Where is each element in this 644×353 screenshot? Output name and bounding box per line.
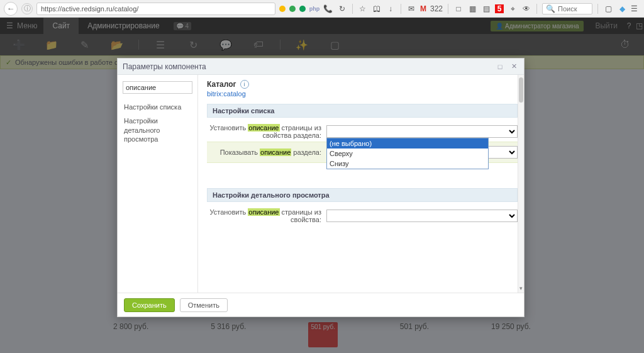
- target-icon[interactable]: ⌖: [508, 4, 518, 14]
- save-button[interactable]: Сохранить: [124, 298, 175, 312]
- maximize-button[interactable]: □: [495, 62, 505, 72]
- modal-footer: Сохранить Отменить: [118, 293, 524, 317]
- tree-item-list-settings[interactable]: Настройки списка: [123, 100, 192, 114]
- component-code[interactable]: bitrix:catalog: [207, 90, 518, 98]
- dropdown-option-none[interactable]: (не выбрано): [327, 138, 488, 148]
- gmail-count: 322: [430, 4, 443, 13]
- dropdown-show-section-description: (не выбрано) Сверху Снизу: [326, 138, 489, 169]
- label-set-from-section-property: Установить описание страницы из свойства…: [207, 124, 326, 139]
- ext-icon-phone[interactable]: 📞: [323, 4, 333, 14]
- scrollbar-thumb[interactable]: [519, 77, 523, 103]
- section-list-settings: Настройки списка: [207, 104, 518, 118]
- back-button[interactable]: ←: [4, 2, 18, 16]
- label-highlight: описание: [260, 148, 291, 156]
- mail-icon[interactable]: ✉: [406, 4, 416, 14]
- browser-toolbar: ← ⓘ https://active.redsign.ru/catalog/ p…: [0, 0, 644, 18]
- content-scrollbar[interactable]: ▾: [518, 75, 524, 293]
- dropdown-option-bottom[interactable]: Снизу: [327, 159, 488, 169]
- url-text: https://active.redsign.ru/catalog/: [41, 5, 138, 13]
- label-highlight: описание: [248, 208, 279, 216]
- browser-right-icons: php 📞 ↻ ☆ 🕮 ↓ ✉ M 322 □ ▦ ▤ 5 ⌖ 👁 🔍 ▢ ◆ …: [279, 3, 640, 14]
- label-part: Установить: [210, 208, 248, 216]
- diamond-icon[interactable]: ◆: [617, 4, 627, 14]
- grid2-icon[interactable]: ▦: [467, 4, 477, 14]
- sidebar-search-input[interactable]: [123, 81, 192, 94]
- save-button-label: Сохранить: [132, 301, 167, 309]
- component-settings-modal: Параметры компонента □ ✕ Настройки списк…: [117, 58, 525, 317]
- page-icon[interactable]: ▤: [481, 4, 491, 14]
- tree-item-detail-settings[interactable]: Настройки детального просмотра: [123, 114, 192, 146]
- modal-titlebar[interactable]: Параметры компонента □ ✕: [118, 59, 524, 75]
- reload-icon[interactable]: ↻: [337, 4, 347, 14]
- menu-icon[interactable]: ☰: [631, 4, 638, 13]
- box-icon[interactable]: ▢: [603, 4, 613, 14]
- browser-search-input[interactable]: [558, 5, 589, 13]
- modal-title: Параметры компонента: [123, 62, 206, 71]
- ext-icon-5[interactable]: 5: [495, 4, 504, 13]
- label-highlight: описание: [248, 124, 279, 132]
- label-show-section-description: Показывать описание раздела:: [207, 148, 326, 156]
- select-set-from-section-property[interactable]: [326, 125, 518, 138]
- ext-icon-green2[interactable]: [299, 6, 306, 12]
- site-info-icon[interactable]: ⓘ: [21, 3, 33, 14]
- row-set-from-property: Установить описание страницы из свойства…: [207, 206, 518, 226]
- search-icon: 🔍: [545, 4, 555, 14]
- modal-sidebar: Настройки списка Настройки детального пр…: [118, 75, 198, 293]
- chevron-down-icon[interactable]: ▾: [518, 285, 524, 293]
- grid-icon[interactable]: □: [453, 4, 464, 14]
- close-button[interactable]: ✕: [509, 62, 519, 72]
- label-part2: страницы из свойства:: [280, 208, 322, 223]
- modal-content: Каталог i bitrix:catalog Настройки списк…: [198, 75, 524, 293]
- ext-icon-yellow[interactable]: [279, 6, 286, 12]
- bookmarks-icon[interactable]: 🕮: [372, 4, 382, 14]
- cancel-button[interactable]: Отменить: [180, 298, 228, 312]
- section-detail-settings: Настройки детального просмотра: [207, 188, 518, 202]
- select-set-from-property[interactable]: [326, 210, 518, 222]
- label-part2: раздела:: [291, 148, 321, 156]
- download-icon[interactable]: ↓: [386, 4, 396, 14]
- gmail-label: M: [420, 4, 426, 13]
- component-title-row: Каталог i: [207, 80, 518, 89]
- label-set-from-property: Установить описание страницы из свойства…: [207, 208, 326, 223]
- ext-icon-green[interactable]: [289, 6, 296, 12]
- eye-icon[interactable]: 👁: [521, 4, 531, 14]
- info-icon[interactable]: i: [240, 80, 249, 89]
- cancel-button-label: Отменить: [188, 301, 219, 309]
- label-part: Показывать: [220, 148, 260, 156]
- browser-search[interactable]: 🔍: [542, 3, 592, 14]
- modal-body: Настройки списка Настройки детального пр…: [118, 75, 524, 293]
- star-icon[interactable]: ☆: [358, 4, 368, 14]
- ext-icon-php[interactable]: php: [309, 4, 319, 14]
- dropdown-option-top[interactable]: Сверху: [327, 148, 488, 159]
- component-title: Каталог: [207, 80, 236, 89]
- address-bar[interactable]: https://active.redsign.ru/catalog/: [36, 3, 275, 15]
- label-part: Установить: [210, 124, 248, 132]
